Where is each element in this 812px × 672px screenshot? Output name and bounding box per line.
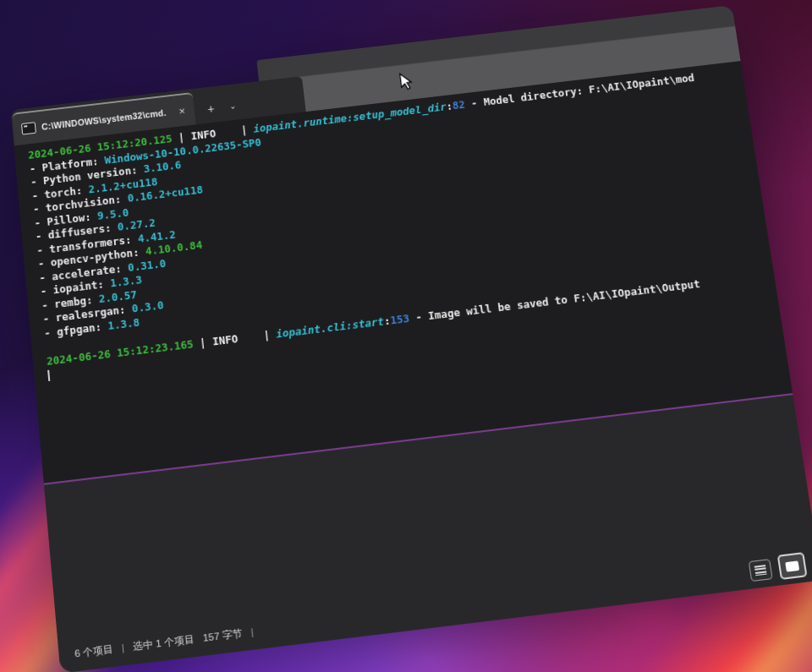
terminal-content-area[interactable]: 2024-06-26 15:12:20.125 | INFO| iopaint.… [14, 61, 812, 672]
mouse-cursor [398, 72, 414, 91]
tab-close-icon[interactable]: × [176, 104, 189, 117]
status-separator: | [121, 642, 124, 653]
thumbnail-view-icon[interactable] [777, 552, 808, 580]
status-size: 157 字节 [202, 626, 243, 644]
cmd-window-icon [21, 122, 36, 134]
details-view-icon[interactable] [749, 559, 773, 582]
status-selection: 选中 1 个项目 [133, 632, 195, 653]
tab-dropdown-chevron-icon[interactable]: ⌄ [228, 101, 236, 111]
desktop-background: C:\WINDOWS\system32\cmd. × + ⌄ 2024-06-2… [0, 0, 812, 672]
tilted-screenshot-window-group: C:\WINDOWS\system32\cmd. × + ⌄ 2024-06-2… [8, 5, 812, 672]
status-separator: | [250, 626, 254, 637]
view-toggle-group [748, 552, 807, 583]
status-items-count: 6 个项目 [74, 642, 114, 660]
new-tab-button[interactable]: + [207, 103, 215, 115]
text-cursor [47, 370, 50, 381]
terminal-tab-title: C:\WINDOWS\system32\cmd. [41, 107, 172, 132]
